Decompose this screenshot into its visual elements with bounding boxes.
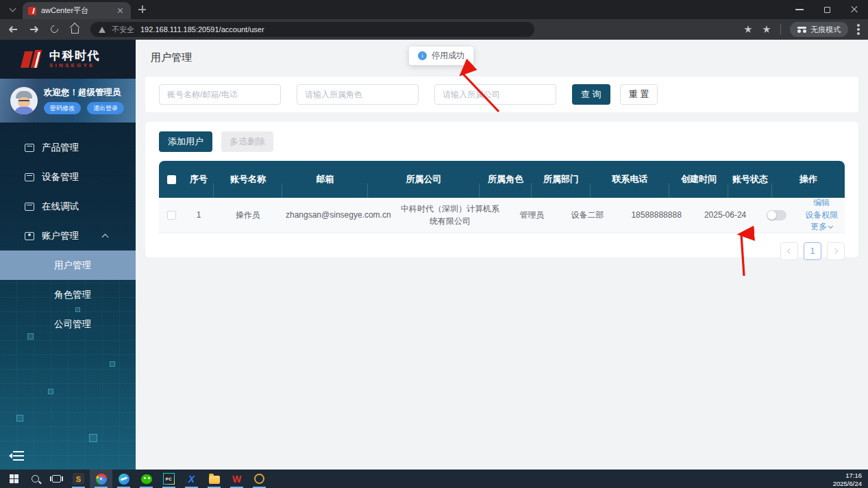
site-favicon-icon: [28, 7, 36, 15]
taskbar-app-wps[interactable]: W: [225, 470, 248, 488]
task-view-button[interactable]: [46, 470, 67, 488]
url-text[interactable]: 192.168.111.185:20591/account/user: [140, 25, 264, 34]
incognito-label: 无痕模式: [810, 25, 841, 35]
brand-name: 中科时代: [49, 50, 100, 63]
more-link[interactable]: 更多: [810, 221, 832, 233]
sidebar-subitem-user-management[interactable]: 用户管理: [0, 251, 136, 280]
clock-date: 2025/6/24: [833, 480, 862, 488]
security-label[interactable]: 不安全: [112, 25, 134, 35]
taskbar-app-ring[interactable]: [248, 470, 271, 488]
sidebar-item-label: 设备管理: [42, 171, 79, 183]
avatar: [10, 87, 38, 114]
chevron-up-icon: [102, 233, 109, 240]
side-search-star-icon[interactable]: [762, 25, 771, 34]
browser-menu-button[interactable]: [857, 24, 860, 35]
window-maximize-button[interactable]: [813, 0, 841, 19]
circuit-chip: [48, 389, 53, 394]
new-tab-button[interactable]: [135, 2, 150, 17]
sidebar-subitem-role-management[interactable]: 角色管理: [0, 280, 136, 309]
cell-account: 操作员: [214, 209, 282, 221]
taskbar-clock[interactable]: 17:16 2025/6/24: [833, 470, 868, 488]
forward-button[interactable]: [29, 24, 40, 35]
change-password-button[interactable]: 密码修改: [44, 102, 81, 114]
taskbar-app-x[interactable]: X: [180, 470, 203, 488]
task-view-icon: [52, 475, 61, 483]
window-close-button[interactable]: [841, 0, 868, 19]
row-checkbox[interactable]: [167, 211, 176, 220]
pycharm-icon: PC: [163, 473, 175, 485]
chevron-down-icon: [9, 5, 16, 12]
account-search-input[interactable]: [159, 84, 281, 105]
search-button[interactable]: 查 询: [572, 84, 610, 105]
sidebar-item-device-management[interactable]: 设备管理: [0, 162, 136, 192]
column-header-email: 邮箱: [282, 173, 368, 186]
chevron-down-icon: [828, 224, 833, 229]
page-title: 用户管理: [151, 51, 192, 64]
sidebar-menu: 产品管理 设备管理 在线调试 账户管理 用户管理 角色管理 公司: [0, 123, 136, 339]
window-minimize-button[interactable]: [786, 0, 813, 19]
sidebar-item-online-debug[interactable]: 在线调试: [0, 192, 136, 221]
reload-button[interactable]: [49, 24, 60, 35]
sidebar: 中科时代 SINSEGYE 欢迎您！超级管理员 密码修改 退出登录 产品管理: [0, 40, 136, 470]
brand-logo-icon: [23, 50, 43, 69]
taskbar-search-button[interactable]: [25, 470, 46, 488]
logout-button[interactable]: 退出登录: [87, 102, 124, 114]
column-header-role: 所属角色: [480, 173, 532, 186]
taskbar-app-pycharm[interactable]: PC: [158, 470, 180, 488]
home-button[interactable]: [70, 24, 81, 35]
sidebar-collapse-button[interactable]: [10, 450, 25, 462]
address-bar[interactable]: 不安全 192.168.111.185:20591/account/user: [90, 22, 534, 37]
next-page-button[interactable]: [827, 242, 845, 260]
sidebar-item-label: 在线调试: [42, 201, 79, 213]
select-all-checkbox[interactable]: [167, 175, 176, 184]
ring-app-icon: [254, 474, 264, 484]
taskbar-app-explorer[interactable]: [203, 470, 225, 488]
account-status-toggle[interactable]: [767, 210, 786, 220]
tab-search-button[interactable]: [5, 3, 20, 16]
cell-department: 设备二部: [558, 209, 617, 221]
taskbar-app-snipaste[interactable]: S: [67, 470, 90, 488]
cell-email: zhangsan@sinsegye.com.cn: [282, 209, 395, 221]
browser-tab-strip: awCenter平台: [0, 0, 868, 19]
cell-actions: 编辑 设备权限 更多: [799, 197, 845, 233]
browser-tab[interactable]: awCenter平台: [23, 2, 131, 19]
prev-page-button[interactable]: [780, 242, 798, 260]
batch-delete-button[interactable]: 多选删除: [221, 131, 273, 152]
sidebar-subitem-company-management[interactable]: 公司管理: [0, 309, 136, 339]
welcome-text: 欢迎您！超级管理员: [44, 87, 124, 99]
reset-button[interactable]: 重 置: [620, 84, 658, 105]
back-button[interactable]: [8, 24, 19, 35]
sidebar-subitem-label: 角色管理: [54, 289, 91, 301]
taskbar-app-chrome[interactable]: [90, 470, 112, 488]
wps-icon: W: [231, 473, 243, 485]
user-table-card: 添加用户 多选删除 序号 账号名称 邮箱 所属公司 所属角色 所属部门 联系电话…: [145, 122, 858, 257]
start-button[interactable]: [3, 470, 25, 488]
taskbar-app-wechat[interactable]: [135, 470, 158, 488]
bookmark-star-icon[interactable]: [743, 25, 753, 34]
taskbar-app-messenger[interactable]: [112, 470, 135, 488]
column-header-created: 创建时间: [669, 173, 728, 186]
user-panel: 欢迎您！超级管理员 密码修改 退出登录: [0, 79, 136, 123]
search-icon: [32, 475, 39, 483]
column-header-phone: 联系电话: [591, 173, 669, 186]
product-icon: [25, 144, 34, 152]
windows-logo-icon: [10, 474, 18, 483]
add-user-button[interactable]: 添加用户: [159, 131, 212, 152]
toast-text: 停用成功: [432, 50, 464, 62]
edit-link[interactable]: 编辑: [813, 197, 830, 209]
sidebar-item-account-management[interactable]: 账户管理: [0, 221, 136, 251]
tab-close-icon[interactable]: [116, 6, 125, 16]
device-permission-link[interactable]: 设备权限: [805, 209, 838, 221]
column-header-status: 账号状态: [728, 173, 772, 186]
current-page-button[interactable]: 1: [804, 242, 821, 260]
sidebar-item-product-management[interactable]: 产品管理: [0, 133, 136, 162]
sidebar-item-label: 账户管理: [42, 230, 79, 242]
tab-title: awCenter平台: [41, 5, 111, 16]
incognito-badge: 无痕模式: [790, 22, 848, 37]
filter-bar: 查 询 重 置: [145, 77, 858, 112]
column-header-department: 所属部门: [532, 173, 591, 186]
table-actions: 添加用户 多选删除: [159, 131, 845, 152]
role-search-input[interactable]: [297, 84, 419, 105]
company-search-input[interactable]: [434, 84, 556, 105]
not-secure-warning-icon: [99, 27, 106, 33]
